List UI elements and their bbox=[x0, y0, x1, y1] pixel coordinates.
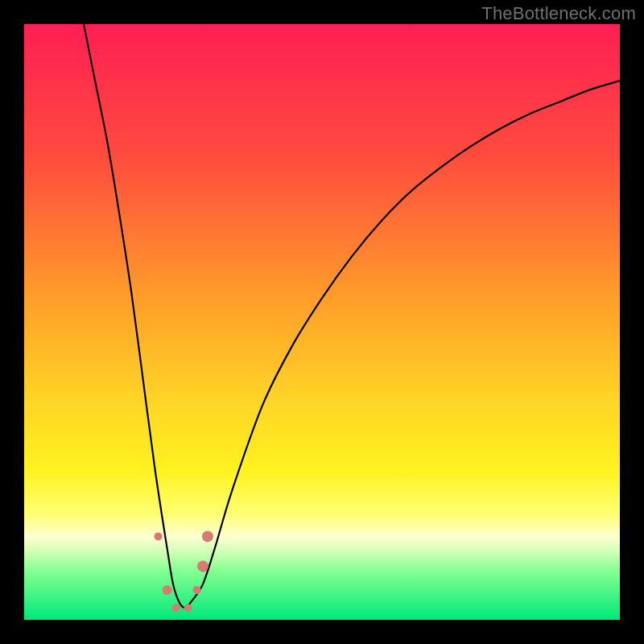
plot-area bbox=[24, 24, 620, 620]
data-marker bbox=[155, 532, 163, 540]
data-marker bbox=[172, 604, 180, 612]
watermark-text: TheBottleneck.com bbox=[481, 3, 636, 24]
curve-layer bbox=[24, 24, 620, 620]
curve-markers bbox=[155, 530, 213, 612]
chart-frame: TheBottleneck.com bbox=[0, 0, 644, 644]
data-marker bbox=[184, 604, 192, 612]
data-marker bbox=[193, 586, 201, 594]
data-marker bbox=[163, 585, 172, 595]
data-marker bbox=[197, 560, 208, 572]
data-marker bbox=[202, 530, 213, 542]
bottleneck-curve bbox=[84, 24, 620, 608]
